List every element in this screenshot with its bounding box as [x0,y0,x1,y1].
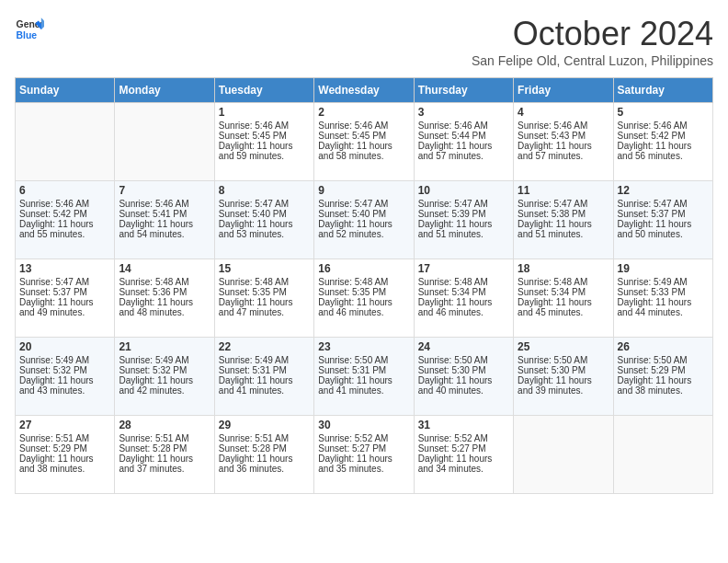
calendar-cell: 18Sunrise: 5:48 AMSunset: 5:34 PMDayligh… [514,259,613,338]
daylight-text: Daylight: 11 hours and 51 minutes. [418,219,509,239]
sunset-text: Sunset: 5:42 PM [19,209,110,219]
calendar-cell: 12Sunrise: 5:47 AMSunset: 5:37 PMDayligh… [613,181,712,259]
sunrise-text: Sunrise: 5:47 AM [618,199,709,209]
sunset-text: Sunset: 5:32 PM [19,365,110,375]
day-number: 12 [618,184,709,197]
sunrise-text: Sunrise: 5:48 AM [518,277,609,287]
sunrise-text: Sunrise: 5:51 AM [219,433,310,443]
sunset-text: Sunset: 5:34 PM [418,287,509,297]
day-number: 25 [518,340,609,353]
day-number: 28 [119,419,210,431]
sunset-text: Sunset: 5:31 PM [219,365,310,375]
daylight-text: Daylight: 11 hours and 57 minutes. [518,141,609,161]
sunrise-text: Sunrise: 5:47 AM [318,199,409,209]
sunset-text: Sunset: 5:27 PM [318,443,409,454]
calendar-cell [115,103,214,181]
day-number: 6 [19,184,110,197]
col-header-wednesday: Wednesday [314,78,414,103]
week-row-1: 1Sunrise: 5:46 AMSunset: 5:45 PMDaylight… [16,103,713,181]
week-row-3: 13Sunrise: 5:47 AMSunset: 5:37 PMDayligh… [16,259,713,338]
daylight-text: Daylight: 11 hours and 38 minutes. [19,454,110,474]
calendar-cell: 23Sunrise: 5:50 AMSunset: 5:31 PMDayligh… [314,338,414,416]
daylight-text: Daylight: 11 hours and 55 minutes. [19,219,110,239]
calendar-cell: 13Sunrise: 5:47 AMSunset: 5:37 PMDayligh… [16,259,115,338]
sunset-text: Sunset: 5:45 PM [219,131,310,141]
calendar-cell: 11Sunrise: 5:47 AMSunset: 5:38 PMDayligh… [514,181,613,259]
day-number: 27 [19,419,110,431]
daylight-text: Daylight: 11 hours and 36 minutes. [219,454,310,474]
sunrise-text: Sunrise: 5:51 AM [119,433,210,443]
title-block: October 2024 San Felipe Old, Central Luz… [472,15,713,68]
sunset-text: Sunset: 5:30 PM [518,365,609,375]
sunrise-text: Sunrise: 5:46 AM [119,199,210,209]
col-header-thursday: Thursday [414,78,513,103]
sunset-text: Sunset: 5:42 PM [618,131,709,141]
daylight-text: Daylight: 11 hours and 49 minutes. [19,297,110,317]
calendar-cell: 7Sunrise: 5:46 AMSunset: 5:41 PMDaylight… [115,181,214,259]
sunset-text: Sunset: 5:35 PM [318,287,409,297]
calendar-cell: 4Sunrise: 5:46 AMSunset: 5:43 PMDaylight… [514,103,613,181]
sunset-text: Sunset: 5:34 PM [518,287,609,297]
sunset-text: Sunset: 5:29 PM [618,365,709,375]
sunrise-text: Sunrise: 5:46 AM [19,199,110,209]
daylight-text: Daylight: 11 hours and 57 minutes. [418,141,509,161]
calendar-cell: 31Sunrise: 5:52 AMSunset: 5:27 PMDayligh… [414,416,513,494]
daylight-text: Daylight: 11 hours and 37 minutes. [119,454,210,474]
calendar-cell: 3Sunrise: 5:46 AMSunset: 5:44 PMDaylight… [414,103,513,181]
sunrise-text: Sunrise: 5:51 AM [19,433,110,443]
calendar-cell: 25Sunrise: 5:50 AMSunset: 5:30 PMDayligh… [514,338,613,416]
calendar-cell: 10Sunrise: 5:47 AMSunset: 5:39 PMDayligh… [414,181,513,259]
sunset-text: Sunset: 5:27 PM [418,443,509,454]
sunrise-text: Sunrise: 5:48 AM [219,277,310,287]
sunrise-text: Sunrise: 5:49 AM [19,355,110,365]
daylight-text: Daylight: 11 hours and 46 minutes. [318,297,409,317]
header-row: SundayMondayTuesdayWednesdayThursdayFrid… [16,78,713,103]
sunrise-text: Sunrise: 5:46 AM [518,121,609,131]
daylight-text: Daylight: 11 hours and 46 minutes. [418,297,509,317]
daylight-text: Daylight: 11 hours and 43 minutes. [19,375,110,396]
daylight-text: Daylight: 11 hours and 40 minutes. [418,375,509,396]
day-number: 14 [119,262,210,275]
day-number: 3 [418,106,509,119]
week-row-2: 6Sunrise: 5:46 AMSunset: 5:42 PMDaylight… [16,181,713,259]
sunrise-text: Sunrise: 5:50 AM [318,355,409,365]
calendar-cell: 28Sunrise: 5:51 AMSunset: 5:28 PMDayligh… [115,416,214,494]
daylight-text: Daylight: 11 hours and 52 minutes. [318,219,409,239]
sunrise-text: Sunrise: 5:49 AM [119,355,210,365]
day-number: 9 [318,184,409,197]
daylight-text: Daylight: 11 hours and 54 minutes. [119,219,210,239]
sunrise-text: Sunrise: 5:50 AM [418,355,509,365]
day-number: 20 [19,340,110,353]
sunrise-text: Sunrise: 5:48 AM [318,277,409,287]
daylight-text: Daylight: 11 hours and 38 minutes. [618,375,709,396]
calendar-cell: 29Sunrise: 5:51 AMSunset: 5:28 PMDayligh… [214,416,313,494]
sunset-text: Sunset: 5:39 PM [418,209,509,219]
day-number: 30 [318,419,409,431]
day-number: 31 [418,419,509,431]
calendar-cell: 2Sunrise: 5:46 AMSunset: 5:45 PMDaylight… [314,103,414,181]
day-number: 24 [418,340,509,353]
day-number: 10 [418,184,509,197]
calendar-cell [16,103,115,181]
col-header-sunday: Sunday [16,78,115,103]
day-number: 18 [518,262,609,275]
daylight-text: Daylight: 11 hours and 41 minutes. [219,375,310,396]
sunrise-text: Sunrise: 5:52 AM [418,433,509,443]
col-header-monday: Monday [115,78,214,103]
daylight-text: Daylight: 11 hours and 58 minutes. [318,141,409,161]
calendar-cell: 20Sunrise: 5:49 AMSunset: 5:32 PMDayligh… [16,338,115,416]
sunset-text: Sunset: 5:29 PM [19,443,110,454]
sunrise-text: Sunrise: 5:46 AM [618,121,709,131]
daylight-text: Daylight: 11 hours and 41 minutes. [318,375,409,396]
calendar-cell: 15Sunrise: 5:48 AMSunset: 5:35 PMDayligh… [214,259,313,338]
sunset-text: Sunset: 5:28 PM [119,443,210,454]
calendar-table: SundayMondayTuesdayWednesdayThursdayFrid… [15,77,713,494]
sunset-text: Sunset: 5:38 PM [518,209,609,219]
day-number: 4 [518,106,609,119]
daylight-text: Daylight: 11 hours and 44 minutes. [618,297,709,317]
calendar-cell: 9Sunrise: 5:47 AMSunset: 5:40 PMDaylight… [314,181,414,259]
sunset-text: Sunset: 5:44 PM [418,131,509,141]
svg-text:Blue: Blue [17,30,38,40]
calendar-cell [514,416,613,494]
week-row-4: 20Sunrise: 5:49 AMSunset: 5:32 PMDayligh… [16,338,713,416]
